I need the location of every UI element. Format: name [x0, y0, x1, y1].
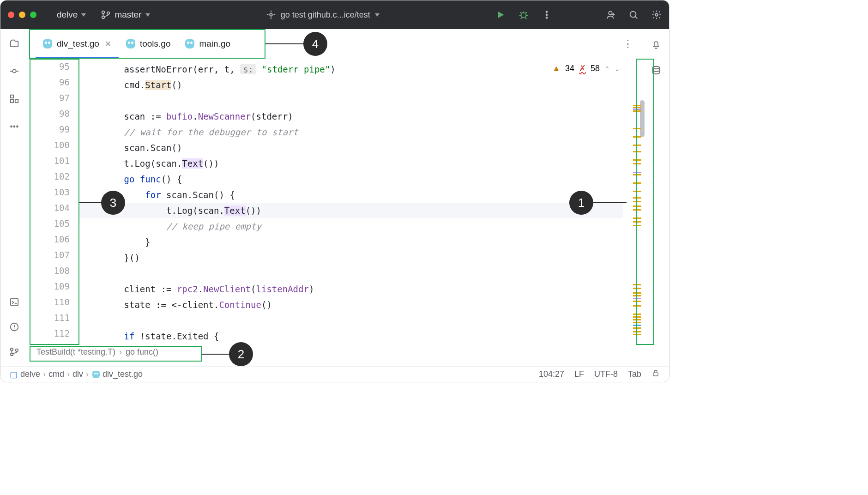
structure-tool-icon[interactable] — [9, 94, 19, 106]
line-number[interactable]: 110 — [28, 297, 70, 307]
marker-stripe[interactable] — [633, 314, 641, 315]
marker-stripe[interactable] — [633, 201, 641, 202]
code-line[interactable]: // wait for the debugger to start — [79, 124, 623, 140]
line-number[interactable]: 104 — [28, 203, 70, 213]
code-line[interactable]: } — [79, 234, 623, 250]
line-number[interactable]: 96 — [28, 77, 70, 87]
more-actions-button[interactable] — [542, 10, 552, 20]
marker-stripe[interactable] — [633, 209, 641, 211]
marker-stripe[interactable] — [633, 322, 641, 323]
notifications-icon[interactable] — [651, 39, 661, 51]
line-number[interactable]: 101 — [28, 156, 70, 166]
marker-stripe[interactable] — [633, 145, 641, 146]
run-config-dropdown[interactable]: go test github.c...ice/test — [157, 10, 489, 20]
marker-stripe[interactable] — [633, 334, 641, 335]
debug-button[interactable] — [518, 10, 529, 20]
breadcrumb-item[interactable]: TestBuild(t *testing.T) — [36, 347, 115, 357]
marker-bar[interactable] — [630, 59, 643, 344]
code-breadcrumbs[interactable]: TestBuild(t *testing.T) › go func() — [28, 344, 643, 360]
line-number[interactable]: 99 — [28, 124, 70, 134]
nav-crumb[interactable]: dlv_test.go — [102, 369, 143, 379]
line-number[interactable]: 106 — [28, 234, 70, 244]
marker-stripe[interactable] — [633, 298, 641, 299]
editor-tab[interactable]: dlv_test.go✕ — [36, 29, 119, 59]
line-number[interactable]: 107 — [28, 250, 70, 260]
code-line[interactable]: cmd.Start() — [79, 77, 623, 93]
marker-stripe[interactable] — [633, 325, 641, 326]
code-line[interactable]: assertNoError(err, t, s: "stderr pipe") — [79, 61, 623, 77]
marker-stripe[interactable] — [633, 191, 641, 192]
marker-stripe[interactable] — [633, 221, 641, 223]
line-number[interactable]: 112 — [28, 328, 70, 338]
line-number[interactable]: 108 — [28, 266, 70, 276]
marker-stripe[interactable] — [633, 105, 641, 106]
line-number[interactable]: 95 — [28, 61, 70, 72]
commit-tool-icon[interactable] — [9, 66, 19, 78]
nav-crumb[interactable]: delve — [20, 369, 40, 379]
breadcrumb-item[interactable]: go func() — [126, 347, 158, 357]
close-tab-icon[interactable]: ✕ — [105, 39, 111, 49]
readonly-toggle-icon[interactable] — [651, 369, 660, 380]
prev-highlight-icon[interactable] — [604, 64, 610, 73]
marker-stripe[interactable] — [633, 128, 641, 129]
marker-stripe[interactable] — [633, 205, 641, 207]
code-line[interactable]: go func() { — [79, 171, 623, 187]
code-line[interactable]: }() — [79, 250, 623, 266]
line-separator[interactable]: LF — [574, 369, 584, 379]
indent-mode[interactable]: Tab — [628, 369, 641, 379]
line-number[interactable]: 103 — [28, 187, 70, 197]
line-number[interactable]: 105 — [28, 218, 70, 229]
project-dropdown[interactable]: delve — [57, 10, 86, 20]
nav-crumb[interactable]: cmd — [48, 369, 64, 379]
marker-stripe[interactable] — [633, 327, 641, 329]
maximize-window-icon[interactable] — [30, 12, 36, 18]
minimize-window-icon[interactable] — [19, 12, 25, 18]
marker-stripe[interactable] — [633, 225, 641, 226]
marker-stripe[interactable] — [633, 172, 641, 173]
code-line[interactable]: // keep pipe empty — [79, 218, 623, 234]
marker-stripe[interactable] — [633, 197, 641, 199]
line-number[interactable]: 109 — [28, 281, 70, 291]
code-line[interactable]: t.Log(scan.Text()) — [79, 156, 623, 171]
gutter[interactable]: 9596979899100101102103104105106107108109… — [28, 59, 79, 344]
close-window-icon[interactable] — [8, 12, 14, 18]
marker-stripe[interactable] — [633, 163, 641, 164]
marker-stripe[interactable] — [633, 136, 641, 138]
editor-tab[interactable]: tools.go — [119, 29, 178, 59]
code-line[interactable]: if !state.Exited { — [79, 328, 623, 344]
run-button[interactable] — [495, 10, 506, 20]
more-tools-icon[interactable] — [9, 121, 19, 133]
line-number[interactable]: 100 — [28, 140, 70, 150]
marker-stripe[interactable] — [633, 288, 641, 289]
line-number[interactable]: 97 — [28, 93, 70, 103]
code-line[interactable]: scan := bufio.NewScanner(stderr) — [79, 109, 623, 124]
search-everywhere-icon[interactable] — [628, 10, 639, 20]
code-line[interactable]: t.Log(scan.Text()) — [79, 203, 623, 218]
marker-stripe[interactable] — [633, 316, 641, 318]
line-number[interactable]: 98 — [28, 109, 70, 119]
marker-stripe[interactable] — [633, 292, 641, 294]
code-with-me-icon[interactable] — [605, 10, 615, 20]
marker-stripe[interactable] — [633, 182, 641, 184]
line-number[interactable]: 102 — [28, 171, 70, 181]
next-highlight-icon[interactable] — [615, 64, 620, 73]
line-number[interactable]: 111 — [28, 313, 70, 323]
tab-list-button[interactable]: ⋮ — [623, 38, 633, 50]
marker-stripe[interactable] — [633, 159, 641, 161]
code-line[interactable]: for scan.Scan() { — [79, 187, 623, 203]
marker-stripe[interactable] — [633, 107, 641, 108]
settings-icon[interactable] — [651, 10, 662, 20]
code-line[interactable]: scan.Scan() — [79, 140, 623, 156]
file-encoding[interactable]: UTF-8 — [594, 369, 618, 379]
marker-stripe[interactable] — [633, 319, 641, 320]
branch-dropdown[interactable]: master — [101, 10, 150, 20]
terminal-tool-icon[interactable] — [9, 297, 19, 309]
code-line[interactable]: state := <-client.Continue() — [79, 297, 623, 313]
caret-position[interactable]: 104:27 — [539, 369, 564, 379]
marker-stripe[interactable] — [633, 174, 641, 175]
marker-stripe[interactable] — [633, 301, 641, 302]
project-tool-icon[interactable] — [9, 38, 19, 50]
editor-tab[interactable]: main.go — [178, 29, 238, 59]
inspections-widget[interactable]: ▲ 34 ✗ 58 — [552, 63, 620, 73]
marker-stripe[interactable] — [633, 331, 641, 332]
